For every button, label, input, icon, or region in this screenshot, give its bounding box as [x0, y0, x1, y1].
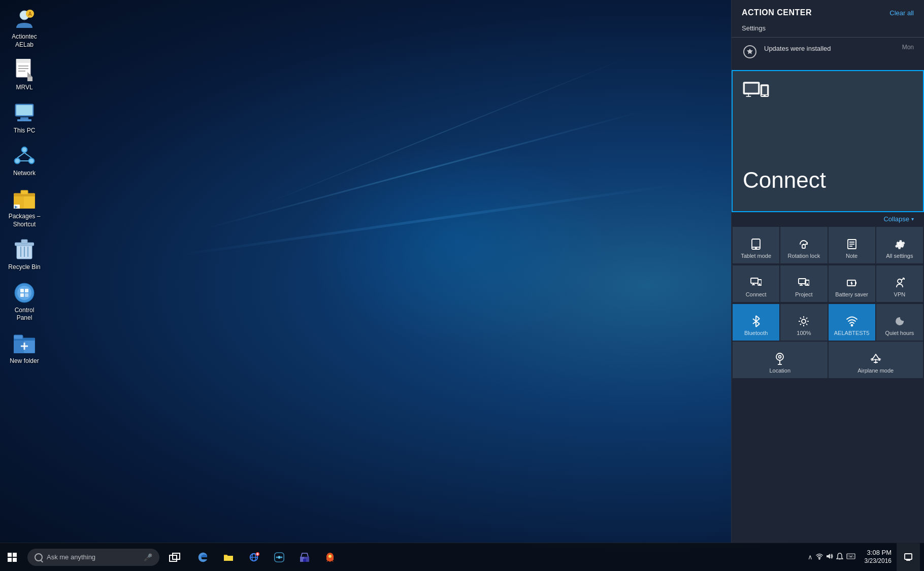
desktop-icon-actiontec[interactable]: A Actiontec AELab — [4, 5, 45, 52]
svg-line-96 — [800, 318, 801, 319]
svg-rect-5 — [16, 59, 30, 63]
battery-saver-icon — [846, 276, 857, 289]
desktop-icons: A Actiontec AELab MRVL — [4, 5, 45, 368]
taskbar: Ask me anything 🎤 — [0, 543, 924, 571]
action-center-button[interactable] — [897, 543, 920, 572]
svg-point-71 — [760, 284, 761, 285]
notif-updates-content: Updates were installed — [764, 44, 896, 53]
system-clock[interactable]: 3:08 PM 3/23/2016 — [860, 547, 897, 567]
keyboard-tray-icon[interactable] — [846, 553, 855, 561]
svg-rect-40 — [20, 293, 24, 297]
svg-line-89 — [756, 324, 760, 327]
packages-icon — [14, 189, 35, 209]
svg-text:A: A — [28, 11, 31, 17]
task-view-button[interactable] — [162, 543, 187, 572]
system-tray: ∧ — [804, 543, 924, 572]
qa-connect-icon — [750, 276, 762, 289]
qa-project[interactable]: Project — [780, 265, 827, 302]
clear-all-button[interactable]: Clear all — [889, 9, 914, 17]
search-bar[interactable]: Ask me anything 🎤 — [27, 549, 159, 566]
control-panel-label: Control Panel — [6, 307, 43, 322]
qa-airplane-mode[interactable]: Airplane mode — [829, 342, 923, 378]
file-explorer-button[interactable] — [216, 543, 241, 572]
svg-point-22 — [15, 159, 19, 163]
svg-point-120 — [328, 555, 332, 558]
bluetooth-icon — [751, 315, 761, 328]
svg-rect-14 — [17, 119, 31, 121]
task-view-icon — [169, 553, 180, 562]
start-button[interactable] — [0, 543, 24, 572]
desktop-icon-recycle-bin[interactable]: Recycle Bin — [4, 236, 45, 275]
microphone-icon[interactable]: 🎤 — [144, 553, 152, 561]
svg-point-115 — [276, 556, 278, 558]
qa-quiet-hours[interactable]: Quiet hours — [876, 304, 923, 341]
qa-wifi-label: AELABTEST5 — [834, 330, 870, 337]
desktop-icon-network[interactable]: Network — [4, 142, 45, 181]
svg-point-21 — [22, 148, 26, 152]
clock-time: 3:08 PM — [867, 549, 892, 557]
qa-wifi[interactable]: AELABTEST5 — [829, 304, 875, 341]
collapse-chevron: ▾ — [911, 216, 914, 222]
qa-connect-label: Connect — [746, 291, 767, 298]
desktop-icon-this-pc[interactable]: This PC — [4, 99, 45, 138]
control-panel-icon — [14, 282, 35, 304]
desktop-icon-new-folder[interactable]: New folder — [4, 329, 45, 368]
file-explorer-icon — [223, 552, 234, 563]
collapse-button[interactable]: Collapse ▾ — [883, 215, 914, 223]
svg-rect-54 — [762, 86, 767, 95]
svg-point-76 — [807, 284, 808, 285]
qa-project-icon — [798, 276, 809, 289]
qa-note[interactable]: Note — [829, 227, 875, 263]
mrvl-label: MRVL — [16, 84, 32, 92]
brightness-icon — [798, 315, 810, 328]
pinned-launch-button[interactable] — [318, 543, 342, 572]
svg-point-101 — [779, 355, 781, 358]
svg-rect-32 — [21, 240, 27, 244]
desktop-icon-mrvl[interactable]: MRVL — [4, 56, 45, 95]
svg-line-87 — [756, 316, 760, 319]
new-folder-icon — [14, 334, 35, 353]
qa-all-settings[interactable]: All settings — [876, 227, 923, 263]
quiet-hours-icon — [894, 315, 905, 328]
qa-connect[interactable]: Connect — [733, 265, 779, 302]
network-tray-icon[interactable] — [816, 553, 823, 561]
thispc-icon — [13, 103, 36, 123]
qa-location[interactable]: Location — [733, 342, 828, 378]
action-center-title: ACTION CENTER — [742, 8, 812, 17]
new-folder-label: New folder — [10, 357, 39, 365]
volume-tray-icon[interactable] — [826, 553, 833, 561]
svg-line-97 — [806, 324, 807, 325]
connect-tile[interactable]: Connect — [732, 70, 924, 212]
search-placeholder: Ask me anything — [47, 553, 95, 561]
notification-updates[interactable]: Updates were installed Mon — [732, 38, 924, 66]
qa-bluetooth[interactable]: Bluetooth — [733, 304, 779, 341]
action-center-header: ACTION CENTER Clear all — [732, 0, 924, 22]
qa-vpn[interactable]: VPN — [876, 265, 923, 302]
launch-icon — [324, 552, 336, 563]
quick-actions-row4: Location Airplane mode — [732, 342, 924, 379]
chevron-up-icon[interactable]: ∧ — [808, 553, 813, 561]
desktop-icon-control-panel[interactable]: Control Panel — [4, 279, 45, 325]
network-icon — [13, 146, 36, 166]
qa-rotation-lock-label: Rotation lock — [788, 253, 820, 259]
recycle-bin-label: Recycle Bin — [8, 263, 40, 272]
qa-rotation-lock[interactable]: Rotation lock — [780, 227, 827, 263]
qa-note-label: Note — [846, 253, 857, 259]
connect-tile-icon — [743, 81, 913, 104]
pinned-settings-button[interactable] — [267, 543, 291, 572]
qa-tablet-mode-label: Tablet mode — [741, 253, 771, 259]
notifications-tray-icon[interactable] — [836, 553, 843, 561]
svg-point-121 — [819, 558, 820, 559]
ie-button[interactable] — [242, 543, 266, 572]
qa-brightness[interactable]: 100% — [780, 304, 827, 341]
svg-marker-122 — [827, 554, 830, 559]
svg-rect-133 — [905, 554, 912, 559]
edge-button[interactable] — [191, 543, 215, 572]
desktop-icon-packages[interactable]: Packages – Shortcut — [4, 185, 45, 231]
qa-battery-saver[interactable]: Battery saver — [829, 265, 875, 302]
qa-tablet-mode[interactable]: Tablet mode — [733, 227, 779, 263]
pinned-store-button[interactable] — [292, 543, 317, 572]
svg-rect-13 — [20, 117, 28, 119]
svg-rect-12 — [16, 105, 32, 115]
svg-line-99 — [800, 324, 801, 325]
